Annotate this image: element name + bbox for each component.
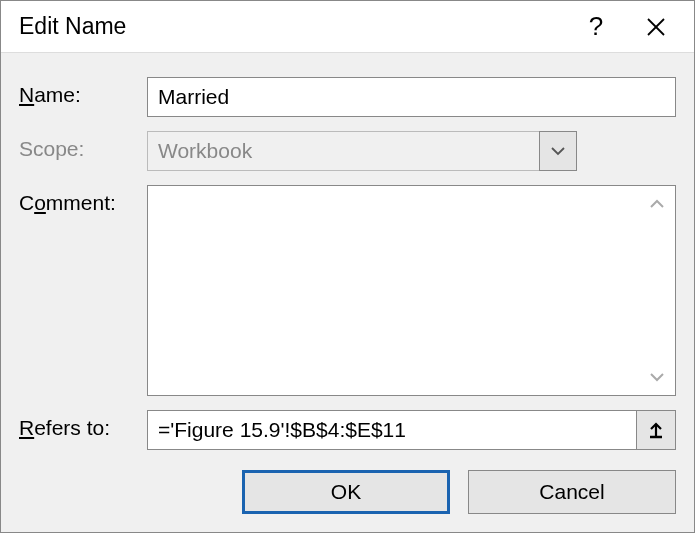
range-picker-button[interactable] [636, 410, 676, 450]
refers-to-field [147, 410, 676, 450]
scope-field: Workbook [147, 131, 577, 171]
scroll-down-button[interactable] [644, 364, 670, 390]
collapse-dialog-icon [647, 421, 665, 439]
ok-button[interactable]: OK [242, 470, 450, 514]
scope-label: Scope: [19, 131, 139, 161]
cancel-button[interactable]: Cancel [468, 470, 676, 514]
edit-name-dialog: Edit Name ? Name: Scope: Workbook Commen… [0, 0, 695, 533]
help-button[interactable]: ? [566, 2, 626, 52]
scope-dropdown-button[interactable] [539, 131, 577, 171]
scroll-up-button[interactable] [644, 191, 670, 217]
close-button[interactable] [626, 2, 686, 52]
scope-select: Workbook [147, 131, 540, 171]
comment-label: Comment: [19, 185, 139, 215]
close-icon [646, 17, 666, 37]
dialog-content: Name: Scope: Workbook Comment: [1, 53, 694, 532]
name-input[interactable] [147, 77, 676, 117]
comment-input[interactable] [147, 185, 676, 396]
name-label: Name: [19, 77, 139, 107]
chevron-down-icon [649, 371, 665, 383]
comment-field-wrap [147, 185, 676, 396]
chevron-down-icon [550, 146, 566, 156]
refers-to-input[interactable] [147, 410, 637, 450]
dialog-buttons: OK Cancel [19, 464, 676, 514]
titlebar: Edit Name ? [1, 1, 694, 53]
chevron-up-icon [649, 198, 665, 210]
dialog-title: Edit Name [19, 13, 566, 40]
refers-to-label: Refers to: [19, 410, 139, 440]
